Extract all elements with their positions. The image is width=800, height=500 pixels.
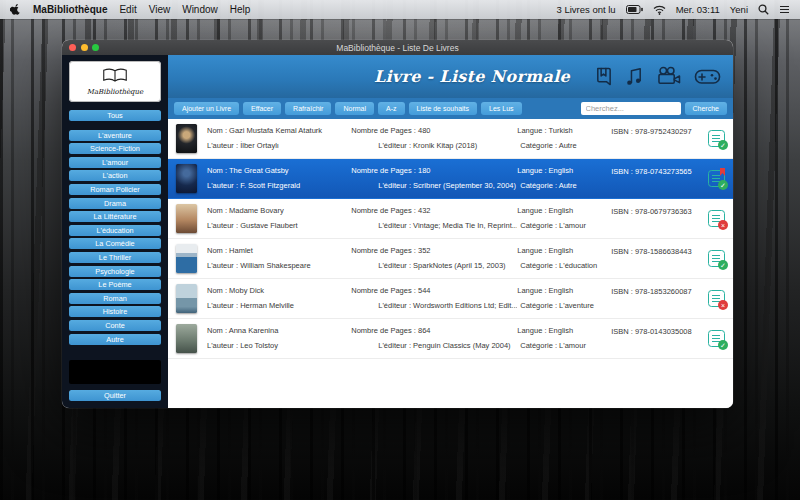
read-list-button[interactable]: Les Lus xyxy=(481,102,522,115)
wishlist-button[interactable]: Liste de souhaits xyxy=(409,102,478,115)
book-row[interactable]: Nom : Hamlet L'auteur : William Shakespe… xyxy=(168,239,733,279)
menubar-status-text[interactable]: 3 Livres ont lu xyxy=(557,4,616,15)
book-publisher: Penguin Classics (May 2004) xyxy=(413,341,511,350)
normal-view-button[interactable]: Normal xyxy=(335,102,374,115)
menubar-clock[interactable]: Mer. 03:11 xyxy=(676,4,720,15)
wifi-icon[interactable] xyxy=(653,5,666,15)
book-pages: 864 xyxy=(418,327,431,335)
search-button[interactable]: Cherche xyxy=(685,102,727,115)
book-title: Moby Dick xyxy=(229,287,264,295)
read-status-icon[interactable]: × xyxy=(708,290,725,307)
menu-edit[interactable]: Edit xyxy=(119,4,136,15)
menu-help[interactable]: Help xyxy=(230,4,251,15)
flag-marker xyxy=(720,168,725,176)
games-mode-icon[interactable] xyxy=(694,69,721,85)
book-category: Autre xyxy=(559,181,577,190)
menubar-app-name[interactable]: MaBibliothèque xyxy=(33,4,107,15)
book-row[interactable]: Nom : Madame Bovary L'auteur : Gustave F… xyxy=(168,199,733,239)
book-row[interactable]: Nom : Moby Dick L'auteur : Herman Melvil… xyxy=(168,279,733,319)
sidebar-item-science-fiction[interactable]: Science-Fiction xyxy=(69,143,161,154)
book-author: Gustave Flaubert xyxy=(240,221,298,230)
sidebar-item-tous[interactable]: Tous xyxy=(69,110,161,121)
book-author: Herman Melville xyxy=(240,301,294,310)
field-label: Nombre de Pages : xyxy=(351,327,416,335)
book-category: L'amour xyxy=(559,341,586,350)
book-category: L'éducation xyxy=(559,261,597,270)
read-status-icon[interactable]: ✓ xyxy=(708,250,725,267)
main-header: Livre - Liste Normale xyxy=(168,55,733,98)
menu-view[interactable]: View xyxy=(149,4,171,15)
clear-button[interactable]: Effacer xyxy=(243,102,281,115)
sidebar-item-histoire[interactable]: Histoire xyxy=(69,306,161,317)
book-row[interactable]: Nom : The Great Gatsby L'auteur : F. Sco… xyxy=(168,159,733,199)
sidebar-item-drama[interactable]: Drama xyxy=(69,198,161,209)
zoom-window-button[interactable] xyxy=(92,44,99,51)
book-category: L'amour xyxy=(559,221,586,230)
search-input[interactable] xyxy=(581,102,681,115)
field-label: L'éditeur : xyxy=(378,181,411,190)
read-status-icon[interactable]: ✓ xyxy=(708,170,725,187)
music-mode-icon[interactable] xyxy=(625,66,644,87)
notification-center-icon[interactable] xyxy=(779,5,790,14)
sidebar-item-psychologie[interactable]: Psychologie xyxy=(69,266,161,277)
spotlight-icon[interactable] xyxy=(758,4,769,15)
book-cover xyxy=(176,164,197,193)
check-badge: ✓ xyxy=(718,340,728,350)
field-label: L'éditeur : xyxy=(378,341,411,350)
sidebar-item-laventure[interactable]: L'aventure xyxy=(69,130,161,141)
battery-icon[interactable] xyxy=(626,5,643,14)
read-status-icon[interactable]: ✓ xyxy=(708,330,725,347)
sidebar-item-la-comedie[interactable]: La Comédie xyxy=(69,238,161,249)
sidebar-item-le-poeme[interactable]: Le Poème xyxy=(69,279,161,290)
read-status-icon[interactable]: ✓ xyxy=(708,130,725,147)
book-title: Gazi Mustafa Kemal Ataturk xyxy=(229,127,322,135)
field-label: ISBN : xyxy=(611,247,633,256)
add-book-button[interactable]: Ajouter un Livre xyxy=(174,102,239,115)
field-label: Catégorie : xyxy=(520,181,557,190)
check-badge: ✓ xyxy=(718,140,728,150)
sidebar-item-laction[interactable]: L'action xyxy=(69,170,161,181)
book-language: English xyxy=(549,207,574,215)
quit-button[interactable]: Quitter xyxy=(69,390,161,401)
book-category: Autre xyxy=(559,141,577,150)
book-publisher: Kronik Kitap (2018) xyxy=(413,141,477,150)
refresh-button[interactable]: Rafraîchir xyxy=(285,102,331,115)
close-window-button[interactable] xyxy=(69,44,76,51)
book-isbn: 978-1586638443 xyxy=(635,247,692,256)
menubar-user[interactable]: Yeni xyxy=(730,4,748,15)
field-label: ISBN : xyxy=(611,127,633,136)
book-row[interactable]: Nom : Anna Karenina L'auteur : Leo Tolst… xyxy=(168,319,733,359)
books-mode-icon[interactable] xyxy=(594,66,613,87)
field-label: Nom : xyxy=(207,207,227,215)
cross-badge: × xyxy=(718,220,728,230)
book-title: Anna Karenina xyxy=(229,327,279,335)
window-titlebar[interactable]: MaBibliothèque - Liste De Livres xyxy=(62,40,733,55)
menu-window[interactable]: Window xyxy=(182,4,218,15)
minimize-window-button[interactable] xyxy=(81,44,88,51)
book-publisher: Scribner (September 30, 2004) xyxy=(413,181,516,190)
read-status-icon[interactable]: × xyxy=(708,210,725,227)
sidebar-item-leducation[interactable]: L'éducation xyxy=(69,225,161,236)
sort-az-button[interactable]: A-z xyxy=(378,102,405,115)
sidebar-item-autre[interactable]: Autre xyxy=(69,334,161,345)
library-mode-switcher xyxy=(594,66,721,87)
book-publisher: Wordsworth Editions Ltd; Edit... xyxy=(413,301,517,310)
sidebar-item-le-thriller[interactable]: Le Thriller xyxy=(69,252,161,263)
apple-menu-icon[interactable] xyxy=(10,3,21,16)
cross-badge: × xyxy=(718,300,728,310)
sidebar-item-lamour[interactable]: L'amour xyxy=(69,157,161,168)
book-title: Hamlet xyxy=(229,247,253,255)
page-title: Livre - Liste Normale xyxy=(374,67,570,86)
book-publisher: Vintage; Media Tie In, Reprint... xyxy=(413,221,517,230)
sidebar-item-roman[interactable]: Roman xyxy=(69,293,161,304)
book-pages: 432 xyxy=(418,207,431,215)
book-row[interactable]: Nom : Gazi Mustafa Kemal Ataturk L'auteu… xyxy=(168,119,733,159)
logo-text: MaBibliothèque xyxy=(87,88,144,96)
book-category: L'aventure xyxy=(559,301,594,310)
films-mode-icon[interactable] xyxy=(656,66,682,87)
sidebar-item-conte[interactable]: Conte xyxy=(69,320,161,331)
sidebar-item-la-litterature[interactable]: La Littérature xyxy=(69,211,161,222)
field-label: L'éditeur : xyxy=(378,301,411,310)
field-label: Catégorie : xyxy=(520,341,557,350)
sidebar-item-roman-policier[interactable]: Roman Policier xyxy=(69,184,161,195)
